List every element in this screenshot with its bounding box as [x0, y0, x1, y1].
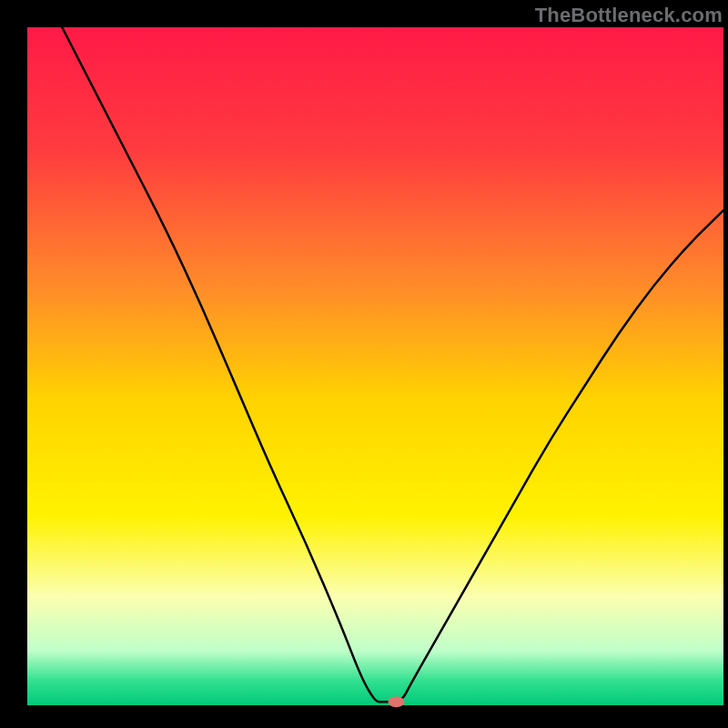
- optimal-point-marker: [388, 696, 404, 707]
- bottleneck-chart: [0, 0, 728, 728]
- chart-container: TheBottleneck.com: [0, 0, 728, 728]
- watermark-label: TheBottleneck.com: [535, 4, 723, 27]
- plot-background: [27, 27, 723, 705]
